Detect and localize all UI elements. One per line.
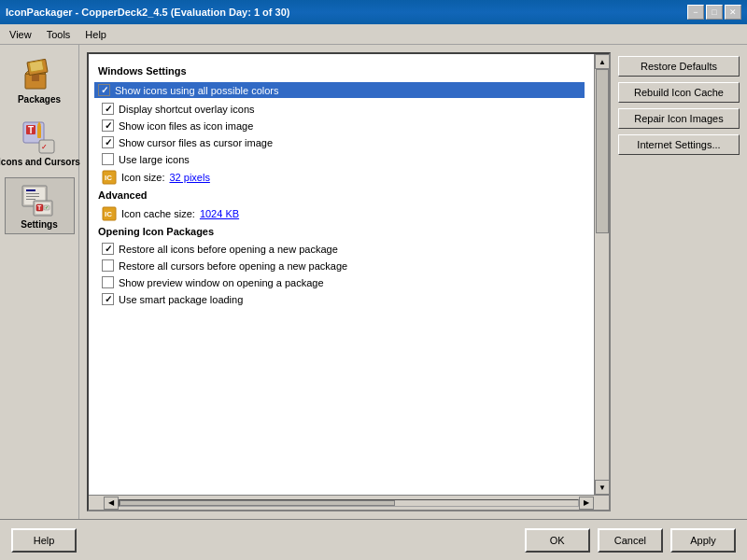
show-all-colors-row: Show icons using all possible colors	[94, 82, 585, 98]
scroll-track[interactable]	[595, 69, 609, 480]
title-bar-buttons: − □ ✕	[687, 5, 741, 20]
menu-view[interactable]: View	[4, 27, 37, 42]
menu-bar: View Tools Help	[0, 24, 747, 45]
icon-size-row: IC Icon size: 32 pixels	[98, 170, 585, 185]
scroll-up-arrow[interactable]: ▲	[595, 54, 609, 69]
advanced-title: Advanced	[98, 189, 585, 201]
sidebar-settings-label: Settings	[21, 219, 57, 230]
cache-size-row: IC Icon cache size: 1024 KB	[98, 206, 585, 221]
horizontal-scrollbar: ◀ ▶	[89, 495, 609, 510]
icons-cursors-icon: T ✓	[21, 119, 58, 157]
cursor-files-row: Show cursor files as cursor image	[98, 136, 585, 148]
svg-text:T: T	[28, 125, 34, 135]
icon-size-icon: IC	[102, 170, 117, 185]
icon-files-label[interactable]: Show icon files as icon image	[119, 120, 253, 132]
svg-rect-15	[26, 193, 39, 194]
restore-icons-row: Restore all icons before opening a new p…	[98, 243, 585, 255]
packages-icon	[21, 57, 58, 94]
sidebar: Packages T ✓ Icons and Cursors	[0, 45, 79, 519]
scroll-down-arrow[interactable]: ▼	[595, 480, 609, 495]
cache-size-value[interactable]: 1024 KB	[200, 208, 239, 219]
svg-rect-4	[29, 61, 44, 72]
preview-window-row: Show preview window on opening a package	[98, 276, 585, 288]
close-button[interactable]: ✕	[725, 5, 741, 20]
cache-size-label: Icon cache size:	[121, 208, 195, 219]
sidebar-item-icons-cursors[interactable]: T ✓ Icons and Cursors	[5, 115, 75, 172]
svg-rect-8	[37, 125, 41, 138]
opening-packages-title: Opening Icon Packages	[98, 226, 585, 237]
shortcut-overlay-row: Display shortcut overlay icons	[98, 103, 585, 115]
restore-icons-label[interactable]: Restore all icons before opening a new p…	[119, 244, 338, 255]
icon-files-checkbox[interactable]	[102, 119, 114, 132]
windows-settings-title: Windows Settings	[98, 65, 585, 77]
h-scroll-track[interactable]	[119, 499, 579, 507]
settings-icon: T ✓	[21, 182, 58, 219]
help-button[interactable]: Help	[11, 528, 77, 553]
content-panel: Windows Settings Show icons using all po…	[87, 52, 611, 511]
svg-rect-14	[26, 189, 35, 191]
icon-files-row: Show icon files as icon image	[98, 119, 585, 132]
apply-button[interactable]: Apply	[670, 528, 736, 553]
smart-loading-checkbox[interactable]	[102, 293, 114, 305]
minimize-button[interactable]: −	[687, 5, 704, 20]
svg-rect-16	[26, 196, 39, 197]
vertical-scrollbar: ▲ ▼	[594, 54, 609, 495]
window-title: IconPackager - CopperDeck2_4.5 (Evaluati…	[6, 7, 289, 18]
cancel-button[interactable]: Cancel	[598, 528, 663, 553]
svg-text:T: T	[37, 204, 42, 211]
preview-window-label[interactable]: Show preview window on opening a package	[119, 277, 324, 288]
svg-rect-17	[26, 199, 35, 200]
menu-help[interactable]: Help	[79, 27, 112, 42]
content-inner: Windows Settings Show icons using all po…	[89, 54, 609, 495]
internet-settings-button[interactable]: Internet Settings...	[618, 134, 740, 155]
large-icons-label[interactable]: Use large icons	[119, 154, 190, 165]
preview-window-checkbox[interactable]	[102, 276, 114, 288]
show-all-colors-checkbox[interactable]	[98, 84, 110, 96]
large-icons-row: Use large icons	[98, 153, 585, 165]
restore-cursors-checkbox[interactable]	[102, 259, 114, 272]
restore-icons-checkbox[interactable]	[102, 243, 114, 255]
sidebar-item-settings[interactable]: T ✓ Settings	[5, 177, 75, 234]
sidebar-icons-label: Icons and Cursors	[0, 157, 80, 167]
main-content: Packages T ✓ Icons and Cursors	[0, 45, 747, 519]
ok-button[interactable]: OK	[525, 528, 590, 553]
scroll-thumb[interactable]	[596, 69, 609, 233]
repair-icon-images-button[interactable]: Repair Icon Images	[618, 108, 740, 129]
rebuild-icon-cache-button[interactable]: Rebuild Icon Cache	[618, 82, 740, 103]
restore-cursors-label[interactable]: Restore all cursors before opening a new…	[119, 260, 347, 272]
sidebar-packages-label: Packages	[18, 94, 61, 105]
settings-area: Windows Settings Show icons using all po…	[79, 45, 747, 519]
shortcut-overlay-checkbox[interactable]	[102, 103, 114, 115]
svg-text:✓: ✓	[45, 204, 49, 210]
icon-size-label: Icon size:	[121, 172, 164, 183]
svg-text:IC: IC	[105, 210, 112, 218]
maximize-button[interactable]: □	[706, 5, 723, 20]
bottom-bar: Help OK Cancel Apply	[0, 519, 747, 560]
h-scroll-thumb[interactable]	[120, 500, 395, 506]
content-scroll[interactable]: Windows Settings Show icons using all po…	[89, 54, 594, 495]
title-bar: IconPackager - CopperDeck2_4.5 (Evaluati…	[0, 0, 747, 24]
right-buttons: Restore Defaults Rebuild Icon Cache Repa…	[618, 52, 740, 511]
menu-tools[interactable]: Tools	[41, 27, 77, 42]
scroll-right-arrow[interactable]: ▶	[579, 497, 594, 510]
show-all-colors-label[interactable]: Show icons using all possible colors	[115, 85, 278, 96]
restore-defaults-button[interactable]: Restore Defaults	[618, 56, 740, 77]
large-icons-checkbox[interactable]	[102, 153, 114, 165]
restore-cursors-row: Restore all cursors before opening a new…	[98, 259, 585, 272]
svg-text:IC: IC	[105, 174, 112, 182]
smart-loading-label[interactable]: Use smart package loading	[119, 294, 243, 305]
cursor-files-checkbox[interactable]	[102, 136, 114, 148]
icon-size-value[interactable]: 32 pixels	[169, 172, 209, 183]
scroll-left-arrow[interactable]: ◀	[104, 497, 119, 510]
svg-text:✓: ✓	[41, 143, 48, 151]
sidebar-item-packages[interactable]: Packages	[5, 52, 75, 109]
cache-size-icon: IC	[102, 206, 117, 221]
cursor-files-label[interactable]: Show cursor files as cursor image	[119, 137, 273, 148]
shortcut-overlay-label[interactable]: Display shortcut overlay icons	[119, 104, 255, 115]
smart-loading-row: Use smart package loading	[98, 293, 585, 305]
